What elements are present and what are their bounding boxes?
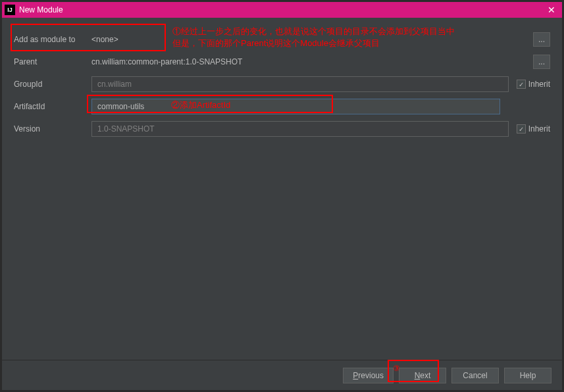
version-inherit-checkbox[interactable]: ✓ [517,124,526,134]
add-as-module-value: <none> [91,35,118,44]
parent-label: Parent [14,57,91,66]
dialog-content: Add as module to <none> ... Parent cn.wi… [2,18,562,360]
new-module-dialog: IJ New Module ✕ Add as module to <none> … [1,1,563,391]
groupid-input[interactable] [91,76,509,92]
help-button[interactable]: Help [504,368,551,383]
groupid-inherit-checkbox[interactable]: ✓ [517,80,526,89]
titlebar: IJ New Module ✕ [2,2,562,18]
version-label: Version [14,124,91,134]
add-as-module-browse-button[interactable]: ... [533,32,550,47]
parent-value: cn.william:common-parent:1.0-SNAPSHOT [91,57,242,66]
version-inherit-label: Inherit [528,124,550,134]
close-button[interactable]: ✕ [544,2,559,18]
previous-button[interactable]: Previous [343,368,394,383]
artifactid-label: ArtifactId [14,102,91,111]
window-title: New Module [19,5,544,14]
app-icon: IJ [5,5,15,15]
dialog-footer: Previous Next Cancel Help [2,360,562,390]
parent-browse-button[interactable]: ... [533,55,550,69]
artifactid-input[interactable] [91,99,500,114]
next-button[interactable]: Next [399,368,446,383]
add-as-module-label: Add as module to [14,35,91,44]
groupid-inherit-label: Inherit [528,80,550,89]
groupid-label: GroupId [14,80,91,89]
cancel-button[interactable]: Cancel [451,368,499,383]
version-input[interactable] [91,121,509,137]
